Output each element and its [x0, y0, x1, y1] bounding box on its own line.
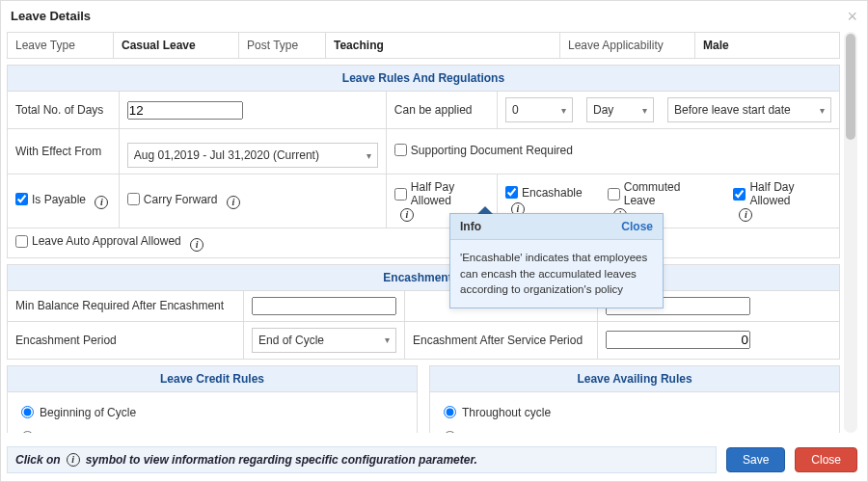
- availing-rules-panel: Leave Availing Rules Throughout cycle Sp…: [429, 365, 840, 434]
- tooltip-title: Info: [460, 220, 481, 233]
- leave-type-label: Leave Type: [8, 33, 114, 59]
- chevron-down-icon: ▾: [561, 105, 566, 116]
- supporting-doc-checkbox[interactable]: Supporting Document Required: [394, 144, 573, 157]
- info-icon[interactable]: i: [95, 196, 108, 209]
- auto-approval-checkbox[interactable]: Leave Auto Approval Allowed: [15, 234, 181, 248]
- can-apply-unit-select[interactable]: Day▾: [586, 97, 654, 122]
- scrollbar-thumb[interactable]: [846, 34, 855, 140]
- close-button[interactable]: Close: [795, 447, 857, 472]
- is-payable-checkbox[interactable]: Is Payable: [15, 193, 86, 206]
- encashable-checkbox[interactable]: Encashable: [505, 186, 583, 200]
- chevron-down-icon: ▾: [385, 335, 390, 345]
- availing-rules-title: Leave Availing Rules: [430, 366, 839, 392]
- modal-body: Leave Type Casual Leave Post Type Teachi…: [7, 32, 840, 433]
- hint-bar: Click on i symbol to view information re…: [7, 446, 717, 473]
- info-icon: i: [67, 453, 80, 467]
- carry-forward-checkbox[interactable]: Carry Forward: [127, 193, 218, 206]
- credit-rules-title: Leave Credit Rules: [8, 366, 417, 392]
- chevron-down-icon: ▾: [820, 105, 825, 116]
- commuted-checkbox[interactable]: Commuted Leave: [608, 180, 709, 207]
- leave-details-modal: Leave Details × Leave Type Casual Leave …: [0, 0, 868, 482]
- effect-from-select[interactable]: Aug 01,2019 - Jul 31,2020 (Current)▾: [127, 143, 378, 168]
- avail-specified-radio[interactable]: Specified Period: [444, 425, 826, 434]
- total-days-label: Total No. of Days: [8, 92, 120, 129]
- leave-type-value: Casual Leave: [114, 33, 239, 59]
- save-button[interactable]: Save: [726, 447, 785, 472]
- can-apply-when-select[interactable]: Before leave start date▾: [667, 97, 831, 122]
- min-balance-label: Min Balance Required After Encashment: [8, 290, 244, 321]
- tooltip-body: 'Encashable' indicates that employees ca…: [450, 240, 663, 308]
- modal-footer: Click on i symbol to view information re…: [7, 446, 857, 473]
- can-apply-label: Can be applied: [386, 92, 497, 129]
- scrollbar[interactable]: [844, 32, 857, 433]
- applicability-label: Leave Applicability: [560, 33, 695, 59]
- avail-throughout-radio[interactable]: Throughout cycle: [444, 400, 826, 425]
- enc-after-service-input[interactable]: [606, 331, 750, 349]
- min-balance-input[interactable]: [252, 297, 396, 315]
- can-apply-number-select[interactable]: 0▾: [505, 97, 573, 122]
- credit-begin-radio[interactable]: Beginning of Cycle: [21, 400, 403, 425]
- half-day-checkbox[interactable]: Half Day Allowed: [733, 180, 831, 207]
- enc-after-service-label: Encashment After Service Period: [405, 321, 598, 359]
- encashment-section-title: Encashment R: [8, 264, 840, 290]
- info-icon[interactable]: i: [400, 208, 414, 222]
- info-icon[interactable]: i: [190, 238, 203, 252]
- info-icon[interactable]: i: [739, 208, 752, 222]
- post-type-label: Post Type: [239, 33, 326, 59]
- header-strip: Leave Type Casual Leave Post Type Teachi…: [7, 32, 840, 59]
- encashable-tooltip: Info Close 'Encashable' indicates that e…: [449, 213, 664, 308]
- half-pay-checkbox[interactable]: Half Pay Allowed: [394, 180, 489, 207]
- modal-title: Leave Details: [1, 1, 867, 31]
- enc-period-select[interactable]: End of Cycle▾: [252, 328, 396, 353]
- chevron-down-icon: ▾: [642, 105, 647, 116]
- rules-table: Leave Rules And Regulations Total No. of…: [7, 65, 840, 258]
- rules-section-title: Leave Rules And Regulations: [8, 66, 840, 92]
- credit-end-radio[interactable]: End of Cycle: [21, 425, 403, 434]
- enc-period-label: Encashment Period: [8, 321, 244, 359]
- modal-close-icon[interactable]: ×: [847, 7, 857, 27]
- post-type-value: Teaching: [326, 33, 560, 59]
- applicability-value: Male: [695, 33, 840, 59]
- info-icon[interactable]: i: [227, 196, 240, 209]
- bottom-panels: Leave Credit Rules Beginning of Cycle En…: [7, 365, 840, 434]
- effect-from-label: With Effect From: [8, 129, 120, 174]
- chevron-down-icon: ▾: [366, 150, 371, 161]
- tooltip-close-link[interactable]: Close: [621, 220, 653, 233]
- total-days-input[interactable]: [127, 101, 243, 120]
- credit-rules-panel: Leave Credit Rules Beginning of Cycle En…: [7, 365, 418, 434]
- encashment-table: Encashment R Min Balance Required After …: [7, 264, 840, 360]
